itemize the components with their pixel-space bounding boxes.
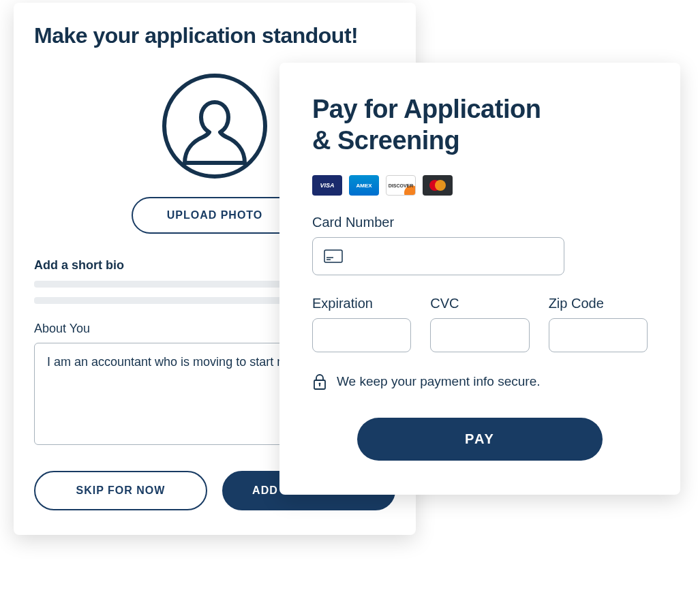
payment-title: Pay for Application & Screening [312, 94, 648, 156]
discover-icon: DISCOVER [386, 175, 416, 196]
secure-text: We keep your payment info secure. [337, 374, 541, 389]
credit-card-icon [324, 249, 343, 263]
pay-button[interactable]: PAY [357, 418, 603, 461]
zip-code-label: Zip Code [549, 296, 648, 311]
card-number-label: Card Number [312, 215, 648, 230]
upload-photo-button[interactable]: UPLOAD PHOTO [132, 197, 299, 234]
skip-for-now-button[interactable]: SKIP FOR NOW [34, 471, 207, 510]
cvc-label: CVC [430, 296, 529, 311]
expiration-field[interactable] [312, 318, 411, 352]
mastercard-icon [423, 175, 453, 196]
payment-title-line1: Pay for Application [312, 95, 541, 123]
amex-icon: AMEX [349, 175, 379, 196]
visa-icon: VISA [312, 175, 342, 196]
application-title: Make your application standout! [34, 23, 395, 48]
payment-card: Pay for Application & Screening VISA AME… [279, 63, 680, 495]
expiration-label: Expiration [312, 296, 411, 311]
lock-icon [312, 373, 327, 390]
card-brand-icons: VISA AMEX DISCOVER [312, 175, 648, 196]
avatar-placeholder-icon [160, 72, 269, 181]
card-number-field[interactable] [312, 237, 564, 275]
cvc-field[interactable] [430, 318, 529, 352]
cvc-input[interactable] [442, 319, 517, 352]
secure-notice: We keep your payment info secure. [312, 373, 648, 390]
zip-code-input[interactable] [560, 319, 636, 352]
payment-title-line2: & Screening [312, 126, 459, 155]
svg-rect-1 [324, 250, 342, 262]
payment-secondary-row: Expiration CVC Zip Code [312, 296, 648, 352]
expiration-input[interactable] [324, 319, 399, 352]
card-number-input[interactable] [351, 238, 553, 275]
zip-code-field[interactable] [549, 318, 648, 352]
